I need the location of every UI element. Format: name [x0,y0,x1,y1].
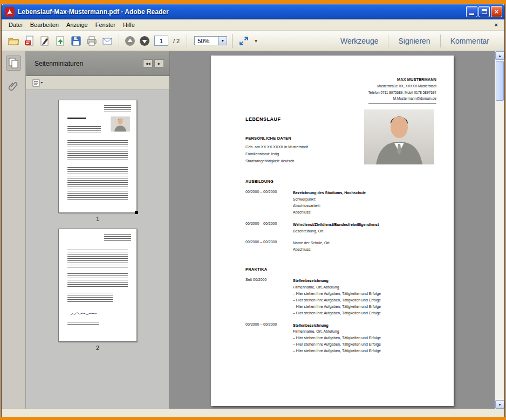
entry-title: Stellenbezeichnung [293,278,436,284]
menu-hilfe[interactable]: Hilfe [119,20,139,29]
entry-line: – Hier stehen Ihre Aufgaben, Tätigkeiten… [293,341,436,348]
thumbnail-text-lines [67,273,128,288]
save-icon[interactable] [70,35,83,47]
entry-date: 00/2000 – 00/2000 [245,190,293,216]
thumbnail-text-lines [67,250,128,268]
entry-line: Firmenname, Ort, Abteilung [293,328,436,335]
education-entry: 00/2000 – 00/2000 Bezeichnung des Studiu… [245,190,436,216]
toolbar-more-dropdown-icon[interactable]: ▾ [253,38,259,44]
entry-line: – Hier stehen Ihre Aufgaben, Tätigkeiten… [293,297,436,304]
thumbnail-page-2-label: 2 [96,345,99,351]
document-area[interactable]: MAX MUSTERMANN Musterstraße XX, XXXXX Mu… [170,51,495,409]
thumbnail-title-line [67,118,86,119]
pdf-page[interactable]: MAX MUSTERMANN Musterstraße XX, XXXXX Mu… [211,56,454,406]
contact-phone: Telefon 0711 8975689, Mobil 0178 5897634 [368,89,436,95]
thumbnails-list: 1 2 [26,90,169,409]
menu-anzeige[interactable]: Anzeige [63,20,92,29]
menu-fenster[interactable]: Fenster [92,20,119,29]
thumbnail-selection-handle[interactable] [135,211,138,214]
thumbnail-text-lines [67,126,101,135]
thumbnail-signature [70,310,98,318]
scrollbar-thumb[interactable] [496,61,504,101]
werkzeuge-button[interactable]: Werkzeuge [331,37,388,45]
entry-line: Beschreibung, Ort [293,228,436,235]
share-upload-icon[interactable] [54,35,67,47]
entry-line: Abschluss: [293,209,436,216]
scroll-up-icon[interactable]: ▲ [495,51,504,60]
entry-title: Name der Schule, Ort [293,240,436,246]
sidebar-title: Seitenminiaturen [35,60,141,67]
title-bar[interactable]: Lebenslauf-Max-Mustermann.pdf - Adobe Re… [2,4,504,19]
thumbnail-photo [111,116,130,132]
window-title: Lebenslauf-Max-Mustermann.pdf - Adobe Re… [18,8,463,16]
scrollbar-track[interactable] [495,60,504,400]
print-icon[interactable] [85,35,98,47]
praktika-entry: 00/2000 – 00/2000 Stellenbezeichnung Fir… [245,322,436,354]
thumbnail-text-lines [104,105,131,114]
page-count-label: / 2 [173,38,180,44]
close-button[interactable]: × [491,6,502,17]
entry-date: 00/2000 – 00/2000 [245,240,293,253]
entry-line: Abschlussarbeit: [293,203,436,209]
entry-date: Seit 00/2000 [245,278,293,316]
next-page-icon[interactable] [139,35,151,47]
entry-line: – Hier stehen Ihre Aufgaben, Tätigkeiten… [293,304,436,310]
contact-name: MAX MUSTERMANN [368,76,436,83]
education-entry: 00/2000 – 00/2000 Wehrdienst/Zivildienst… [245,222,436,235]
entry-line: Abschluss: [293,246,436,253]
page-number-input[interactable] [154,36,168,46]
sign-pen-icon[interactable] [38,35,51,47]
thumbnail-text-lines [67,167,128,202]
zoom-dropdown-icon[interactable]: ▾ [218,36,227,45]
entry-line: Firmenname, Ort, Abteilung [293,284,436,291]
entry-date: 00/2000 – 00/2000 [245,222,293,235]
menu-datei[interactable]: Datei [5,20,26,29]
vertical-scrollbar[interactable]: ▲ ▼ [495,51,504,409]
collapse-panel-icon[interactable]: ◀◀ [143,59,153,67]
thumbnail-text-lines [67,322,99,326]
fit-window-icon[interactable] [237,35,250,47]
thumbnail-text-lines [67,293,113,302]
thumbnail-page-2[interactable] [58,229,137,342]
entry-title: Bezeichnung des Studiums, Hochschule [293,190,436,196]
thumbnail-page-1-label: 1 [96,216,99,222]
entry-line: – Hier stehen Ihre Aufgaben, Tätigkeiten… [293,348,436,354]
entry-line: – Hier stehen Ihre Aufgaben, Tätigkeiten… [293,310,436,316]
adobe-reader-icon [5,7,15,17]
email-icon[interactable] [101,35,114,47]
entry-title: Stellenbezeichnung [293,322,436,329]
entry-title: Wehrdienst/Zivildienst/Bundesfreiwillige… [293,222,436,228]
page-thumbnails-panel-icon[interactable] [6,56,21,71]
maximize-button[interactable] [478,6,490,17]
contact-block: MAX MUSTERMANN Musterstraße XX, XXXXX Mu… [368,76,436,104]
thumbnail-text-lines [104,234,131,242]
attachments-panel-icon[interactable] [6,78,21,93]
praktika-heading: PRAKTIKA [245,267,436,272]
close-menubar-icon[interactable]: × [491,22,501,28]
create-pdf-icon[interactable] [23,35,36,47]
status-bar [2,409,504,417]
kommentar-button[interactable]: Kommentar [441,37,499,45]
zoom-combobox[interactable]: 50% ▾ [194,36,227,45]
signieren-button[interactable]: Signieren [388,37,440,45]
toolbar: / 2 50% ▾ ▾ Werkzeuge Signieren Kommenta… [2,31,504,51]
open-icon[interactable] [7,35,20,47]
thumbnail-page-1[interactable] [58,100,137,213]
minimize-button[interactable] [466,6,477,17]
thumbnails-sidebar: Seitenminiaturen ◀◀ ▶ [26,51,170,409]
sidebar-toolbar [26,76,169,90]
sidebar-header: Seitenminiaturen ◀◀ ▶ [26,51,169,76]
menu-bearbeiten[interactable]: Bearbeiten [26,20,63,29]
scroll-down-icon[interactable]: ▼ [495,400,504,409]
adobe-reader-window: Lebenslauf-Max-Mustermann.pdf - Adobe Re… [1,4,505,417]
zoom-value[interactable]: 50% [194,36,218,45]
thumbnail-text-lines [67,140,128,162]
education-heading: AUSBILDUNG [245,179,436,184]
previous-page-icon[interactable] [124,35,136,47]
thumbnail-options-icon[interactable] [32,79,43,87]
applicant-photo [364,109,434,164]
contact-email: M.Mustermann@domain.de [368,95,436,101]
expand-panel-icon[interactable]: ▶ [154,59,164,67]
contact-address: Musterstraße XX, XXXXX Musterstadt [368,83,436,89]
praktika-entry: Seit 00/2000 Stellenbezeichnung Firmenna… [245,278,436,316]
